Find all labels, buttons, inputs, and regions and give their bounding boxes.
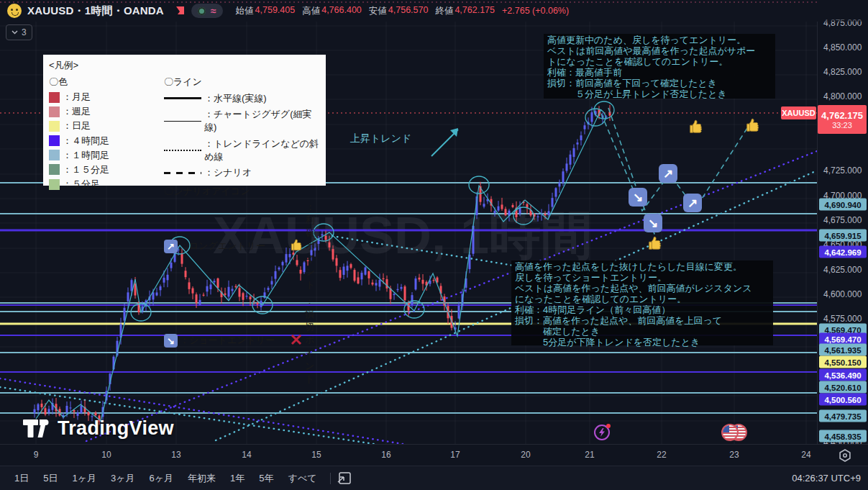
range-button-1日[interactable]: 1日 [7,470,36,487]
time-axis-tick: 17 [450,450,460,460]
price-change: +2.765 (+0.06%) [502,6,569,16]
price-line-label: 4,536.490 [819,369,867,381]
legend-scenario-item: ：損切ポイント [290,295,320,386]
thumbs-up-icon [688,119,704,137]
thumbs-up-icon [745,117,761,136]
tradingview-mark-icon [23,419,52,437]
timeframe-label: ：月足 [63,91,91,104]
price-axis-tick: 4,800.000 [823,91,862,101]
last-price-value: 4,762.175 [821,110,863,121]
status-pill[interactable]: ≈ [191,4,223,18]
long-entry-icon: ↗ [659,164,677,183]
timeframe-color-swatch [49,106,60,117]
thumbs-up-icon [290,238,303,254]
range-toolbar: 1日5日1ヶ月3ヶ月6ヶ月年初来1年5年すべて 04:26:37 UTC+9 [0,466,868,490]
thumbs-up-icon [647,235,663,254]
timeframe-label: ：５分足 [63,178,100,191]
time-axis-tick: 14 [242,450,251,460]
annotation-line: 利確：最高値手前 [547,67,772,78]
price-scale[interactable]: 4,875.0004,850.0004,825.0004,800.0004,77… [817,22,868,444]
bar-countdown: 33:23 [832,121,852,130]
time-axis-tick: 22 [657,450,666,460]
price-line-label: 4,561.935 [819,344,867,356]
legend-line-header: 〇ライン [164,76,320,89]
ohlc-pair: 安値4,756.570 [369,5,429,17]
range-button-1年[interactable]: 1年 [223,470,252,487]
legend-color-row: ：１５分足 [49,163,164,176]
price-line-label: 4,458.935 [819,430,867,443]
legend-color-column: 〇色 ：月足：週足：日足：４時間足：１時間足：１５分足：５分足 [49,74,164,386]
range-button-3ヶ月[interactable]: 3ヶ月 [104,470,142,487]
legend-line-row: ：水平線(実線) [164,92,320,105]
indicator-collapse-button[interactable]: 3 [6,24,32,40]
annotation-line: 高値を作った起点をした抜けしたらした目線に変更。 [515,261,769,272]
price-line-label: 4,500.560 [819,394,867,406]
annotation-line: トになったことを確認してのエントリー。 [547,56,772,67]
price-line-label: 4,520.610 [819,381,867,394]
long-entry-icon: ↗ [683,194,702,212]
annotation-line: 高値更新中のため、戻しを待ってエントリー。 [547,35,772,45]
scenario-label: ：ショートエントリー [180,334,275,347]
price-line-label: 4,659.915 [819,230,867,242]
legend-scenario-item: ↗：ロングエントリー [164,201,290,291]
annotation-line: ベストは前回高値や最高値を作った起点がサポー [547,45,772,56]
annotation-line: 損切：前回高値を下回って確定したとき [547,78,772,89]
economic-event-lightning-icon[interactable] [593,422,612,441]
ohlc-value: 4,759.405 [255,5,296,17]
tradingview-logo[interactable]: TradingView [23,417,174,440]
line-style-sample [164,121,201,122]
range-button-6ヶ月[interactable]: 6ヶ月 [142,470,181,487]
timeframe-color-swatch [49,92,60,103]
legend-line-row: ：チャートジグザグ(細実線) [164,108,320,134]
time-axis-tick: 15 [311,450,321,460]
line-style-label: ：チャートジグザグ(細実線) [204,108,320,134]
ohlc-pair: 始値4,759.405 [236,5,296,17]
range-button-年初来[interactable]: 年初来 [181,470,223,487]
legend-line-column: 〇ライン ：水平線(実線)：チャートジグザグ(細実線)：トレンドラインなどの斜め… [164,74,320,386]
legend-color-header: 〇色 [49,76,164,89]
squiggle-icon: ≈ [211,6,216,16]
range-button-1ヶ月[interactable]: 1ヶ月 [65,470,104,487]
us-economic-events-flag-icon[interactable] [721,423,747,440]
price-line-label: 4,690.940 [819,199,867,211]
annotation-line: 損切：高値を作った起点や、前回高値を上回って [515,315,769,326]
range-button-5年[interactable]: 5年 [252,470,280,487]
legend-color-row: ：５分足 [49,178,164,191]
timeframe-color-swatch [49,135,60,146]
timeframe-label: ：週足 [63,105,91,118]
annotation-line: ベストは高値を作った起点や、前回高値がレジスタンス [515,283,769,294]
timescale-settings-gear-icon[interactable] [838,448,852,463]
short-entry-icon: ↘ [644,214,662,232]
range-button-5日[interactable]: 5日 [36,470,65,487]
line-style-label: ：水平線(実線) [204,92,267,105]
stop-loss-x-icon [290,333,303,348]
price-axis-tick: 4,625.000 [823,265,862,275]
range-button-すべて[interactable]: すべて [281,470,324,487]
last-price-label: 4,762.175 33:23 [818,105,867,134]
price-axis-tick: 4,825.000 [823,67,862,77]
long-entry-icon: ↗ [164,240,178,253]
scenario-label: ：損切ポイント [305,295,320,386]
line-style-label: ：トレンドラインなどの斜め線 [204,137,320,163]
time-scale[interactable]: 91013141516172021222324 [0,444,868,466]
time-axis-tick: 16 [381,450,390,460]
ohlc-label: 始値 [236,5,254,17]
annotation-line: になったことを確認してのエントリー。 [515,294,769,304]
time-axis-tick: 10 [101,450,111,460]
short-entry-icon: ↘ [164,334,178,348]
time-axis-tick: 20 [521,450,530,460]
annotation-line: 5分足が下降トレンドを否定したとき [515,337,769,348]
symbol-avatar-icon[interactable] [7,4,22,18]
symbol-title[interactable]: XAUUSD・1時間・OANDA [27,4,164,18]
timeframe-label: ：１５分足 [63,163,109,176]
time-axis-tick: 21 [585,450,594,460]
timeframe-label: ：４時間足 [63,135,109,148]
legend-color-row: ：日足 [49,119,164,132]
annotation-line: 利確：4時間足ライン（前々回高値） [515,304,769,315]
timeframe-color-swatch [49,121,60,132]
ohlc-value: 4,756.570 [388,5,429,17]
flag-icon[interactable] [174,5,186,17]
go-to-date-icon[interactable] [337,471,352,486]
clock-utc: 04:26:37 UTC+9 [792,473,861,484]
line-style-label: ：シナリオ [204,166,252,179]
